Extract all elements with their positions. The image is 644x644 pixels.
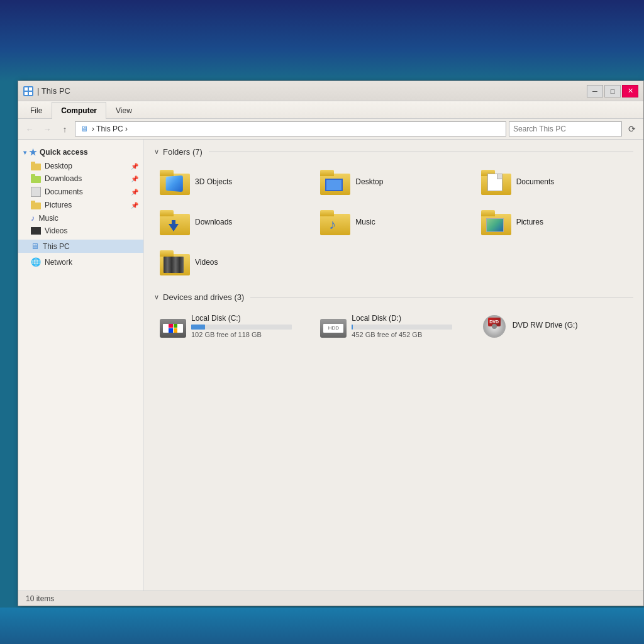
svg-rect-0 — [25, 87, 28, 91]
quick-access-header[interactable]: ▾ ★ Quick access — [18, 145, 143, 160]
window-title: | This PC — [37, 86, 583, 96]
folder-item-desktop[interactable]: Desktop — [314, 164, 472, 199]
drives-grid: Local Disk (C:) 102 GB free of 118 GB HD… — [154, 309, 633, 343]
svg-rect-3 — [29, 92, 32, 95]
folder-icon-downloads — [160, 209, 190, 235]
page-icon — [487, 174, 502, 191]
minimize-button[interactable]: ─ — [587, 85, 603, 97]
monitor-icon — [325, 179, 343, 191]
3d-overlay — [166, 175, 183, 192]
title-bar: | This PC ─ □ ✕ — [18, 81, 643, 101]
network-icon: 🌐 — [31, 257, 41, 267]
music-icon: ♪ — [31, 213, 35, 223]
sidebar-item-label: Music — [39, 214, 58, 223]
chevron-icon: ∨ — [154, 148, 159, 156]
drive-item-dvd[interactable]: DVD DVD RW Drive (G:) — [475, 309, 633, 343]
folder-name: Pictures — [516, 218, 543, 226]
sidebar-item-pictures[interactable]: Pictures 📌 — [18, 199, 143, 211]
close-button[interactable]: ✕ — [622, 85, 638, 97]
quick-access-section: ▾ ★ Quick access Desktop 📌 Downloads 📌 D… — [18, 145, 143, 237]
hdd-icon-c — [160, 315, 186, 338]
tab-view[interactable]: View — [106, 102, 142, 119]
item-count: 10 items — [26, 594, 54, 603]
forward-button[interactable]: → — [40, 122, 55, 136]
folders-section-label: Folders (7) — [163, 147, 203, 157]
search-input[interactable] — [509, 121, 622, 136]
sidebar-item-documents[interactable]: Documents 📌 — [18, 185, 143, 199]
sidebar-item-label: This PC — [43, 242, 70, 251]
folder-icon-docs — [481, 169, 511, 195]
docs-icon — [31, 187, 41, 197]
drive-d-info: Local Disk (D:) 452 GB free of 452 GB — [352, 314, 467, 338]
drive-dvd-info: DVD RW Drive (G:) — [513, 321, 628, 331]
photo-icon — [486, 218, 504, 232]
back-button[interactable]: ← — [22, 122, 37, 136]
folder-icon — [31, 174, 41, 183]
folder-name: Music — [355, 218, 375, 226]
folder-icon-3d — [160, 169, 190, 195]
drive-d-bar-fill — [352, 325, 353, 330]
tab-computer[interactable]: Computer — [52, 102, 106, 119]
dvd-disc: DVD — [483, 315, 506, 338]
sidebar-item-music[interactable]: ♪ Music — [18, 211, 143, 225]
note-icon: ♪ — [329, 218, 336, 231]
path-text: › This PC › — [92, 125, 128, 133]
pin-icon: 📌 — [131, 175, 138, 182]
arrow-icon — [169, 224, 179, 231]
hdd-icon-d: HDD — [320, 315, 347, 338]
sidebar-item-downloads[interactable]: Downloads 📌 — [18, 172, 143, 185]
sidebar-item-label: Pictures — [45, 201, 72, 209]
sidebar-item-label: Downloads — [45, 174, 82, 183]
chevron-icon: ▾ — [23, 149, 26, 156]
drive-d-space: 452 GB free of 452 GB — [352, 331, 467, 338]
drive-d-bar-bg — [352, 325, 452, 330]
folder-icon-music: ♪ — [320, 209, 350, 235]
hdd-body — [160, 319, 186, 338]
folder-grid: 3D Objects Desktop Documents — [154, 164, 633, 280]
sidebar-item-videos[interactable]: Videos — [18, 225, 143, 237]
folder-item-pictures[interactable]: Pictures — [475, 204, 633, 240]
folder-icon-pictures — [481, 209, 511, 235]
pin-icon: 📌 — [131, 189, 138, 196]
sidebar-item-label: Documents — [45, 187, 83, 196]
sidebar-item-this-pc[interactable]: 🖥 This PC — [18, 240, 143, 253]
dvd-icon: DVD — [481, 315, 508, 338]
chevron-icon: ∨ — [154, 293, 159, 301]
drive-d-name: Local Disk (D:) — [352, 314, 467, 323]
hdd-label — [163, 324, 183, 333]
folder-item-videos[interactable]: Videos — [154, 245, 312, 280]
drive-item-c[interactable]: Local Disk (C:) 102 GB free of 118 GB — [154, 309, 312, 343]
windows-logo — [169, 324, 177, 333]
sidebar-item-network[interactable]: 🌐 Network — [18, 255, 143, 269]
maximize-button[interactable]: □ — [604, 85, 621, 97]
refresh-button[interactable]: ⟳ — [625, 122, 640, 136]
folder-name: 3D Objects — [195, 177, 232, 186]
svg-rect-2 — [25, 92, 28, 95]
section-divider — [250, 297, 633, 297]
drive-item-d[interactable]: HDD Local Disk (D:) 452 GB free of 452 G… — [314, 309, 472, 343]
main-area: ▾ ★ Quick access Desktop 📌 Downloads 📌 D… — [18, 140, 643, 591]
folder-name: Documents — [516, 177, 555, 186]
tab-file[interactable]: File — [21, 102, 52, 119]
ribbon-tabs: File Computer View — [18, 101, 643, 118]
drives-section-header[interactable]: ∨ Devices and drives (3) — [154, 292, 633, 302]
folder-item-documents[interactable]: Documents — [475, 164, 633, 199]
drive-c-bar-fill — [191, 325, 205, 330]
address-path[interactable]: 🖥 › This PC › — [75, 121, 506, 136]
folder-name: Desktop — [355, 177, 383, 186]
folder-icon — [31, 201, 41, 209]
folders-section-header[interactable]: ∨ Folders (7) — [154, 147, 633, 157]
folder-item-3d-objects[interactable]: 3D Objects — [154, 164, 312, 199]
folder-icon-desktop — [320, 169, 350, 195]
folder-item-music[interactable]: ♪ Music — [314, 204, 472, 240]
sidebar-item-desktop[interactable]: Desktop 📌 — [18, 160, 143, 172]
drive-c-info: Local Disk (C:) 102 GB free of 118 GB — [191, 314, 306, 338]
folder-item-downloads[interactable]: Downloads — [154, 204, 312, 240]
window-icon — [23, 86, 33, 96]
status-bar: 10 items — [18, 591, 643, 606]
computer-icon: 🖥 — [31, 242, 39, 251]
this-pc-section: 🖥 This PC — [18, 240, 143, 253]
drive-c-bar-bg — [191, 325, 292, 330]
up-button[interactable]: ↑ — [57, 122, 72, 136]
drives-section-label: Devices and drives (3) — [163, 292, 244, 302]
